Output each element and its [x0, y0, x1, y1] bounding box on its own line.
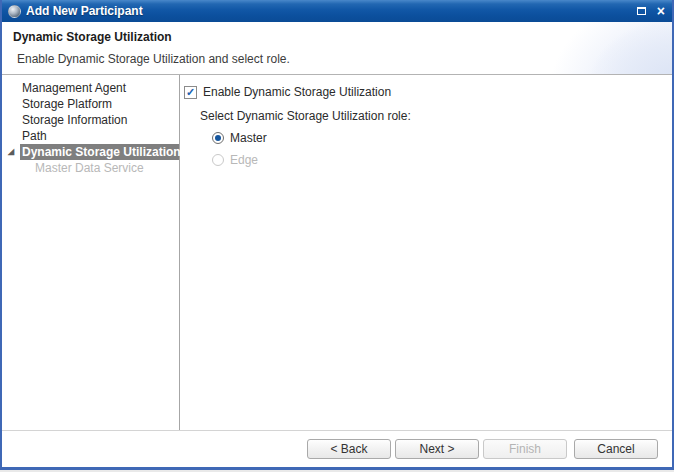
check-icon: ✓ [186, 87, 195, 98]
wizard-step-subtitle: Enable Dynamic Storage Utilization and s… [17, 52, 672, 66]
window-title: Add New Participant [26, 4, 143, 18]
wizard-step-content: ✓ Enable Dynamic Storage Utilization Sel… [180, 75, 672, 430]
sidebar-item-path[interactable]: Path [2, 128, 179, 144]
back-button[interactable]: < Back [307, 439, 391, 459]
radio-master[interactable] [212, 132, 224, 144]
role-option-master-row: Master [212, 131, 672, 145]
enable-dsu-label[interactable]: Enable Dynamic Storage Utilization [203, 85, 391, 99]
close-icon: × [657, 4, 665, 18]
sidebar-item-dynamic-storage-utilization[interactable]: ◢ Dynamic Storage Utilization [20, 144, 179, 160]
maximize-icon [637, 7, 646, 15]
sidebar-item-management-agent[interactable]: Management Agent [2, 80, 179, 96]
close-button[interactable]: × [657, 4, 665, 18]
radio-edge-label[interactable]: Edge [230, 153, 258, 167]
titlebar: Add New Participant × [2, 0, 672, 22]
screen-background: Add New Participant × Dynamic Storage Ut… [0, 0, 674, 472]
tree-expanded-icon: ◢ [8, 144, 14, 160]
role-section-label: Select Dynamic Storage Utilization role: [200, 109, 672, 123]
role-option-edge-row: Edge [212, 153, 672, 167]
radio-edge[interactable] [212, 154, 224, 166]
wizard-footer: < Back Next > Finish Cancel [2, 430, 672, 467]
sidebar-item-storage-platform[interactable]: Storage Platform [2, 96, 179, 112]
sidebar-item-storage-information[interactable]: Storage Information [2, 112, 179, 128]
sidebar-item-label: Dynamic Storage Utilization [22, 145, 181, 159]
dialog-window: Add New Participant × Dynamic Storage Ut… [0, 0, 674, 470]
radio-master-label[interactable]: Master [230, 131, 267, 145]
app-icon [8, 5, 21, 18]
maximize-button[interactable] [637, 7, 646, 15]
wizard-body: Management Agent Storage Platform Storag… [2, 75, 672, 430]
sidebar-item-master-data-service[interactable]: Master Data Service [2, 160, 179, 176]
window-controls: × [637, 4, 665, 18]
finish-button[interactable]: Finish [483, 439, 567, 459]
wizard-header: Dynamic Storage Utilization Enable Dynam… [2, 22, 672, 75]
next-button[interactable]: Next > [395, 439, 479, 459]
enable-dsu-checkbox[interactable]: ✓ [184, 86, 197, 99]
wizard-step-list: Management Agent Storage Platform Storag… [2, 75, 180, 430]
wizard-step-title: Dynamic Storage Utilization [13, 30, 672, 44]
enable-dsu-row: ✓ Enable Dynamic Storage Utilization [184, 85, 672, 99]
cancel-button[interactable]: Cancel [574, 439, 658, 459]
